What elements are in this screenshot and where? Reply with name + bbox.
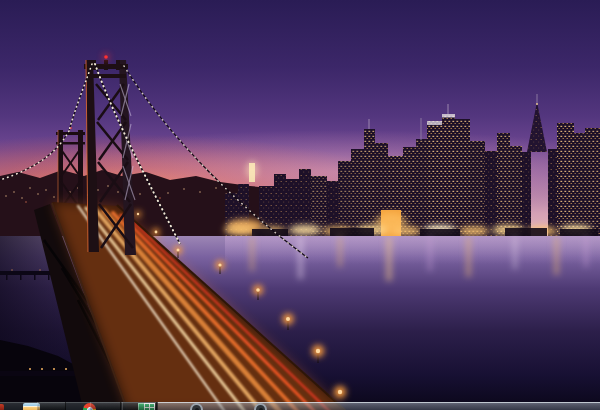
taskbar-browser-button[interactable]	[37, 402, 66, 410]
taskbar-folder-button[interactable]	[10, 402, 34, 410]
taskbar-spreadsheet-button[interactable]	[68, 402, 89, 410]
lens-icon	[254, 403, 267, 410]
start-orb-icon	[0, 404, 4, 410]
lens-icon	[190, 403, 203, 410]
start-button-partial[interactable]	[0, 402, 8, 410]
taskbar	[0, 402, 600, 410]
desktop	[0, 0, 600, 410]
wallpaper-san-francisco-bay-bridge	[0, 0, 600, 410]
taskbar-app-window-2[interactable]	[122, 402, 157, 410]
taskbar-app-window-1[interactable]	[90, 402, 121, 410]
